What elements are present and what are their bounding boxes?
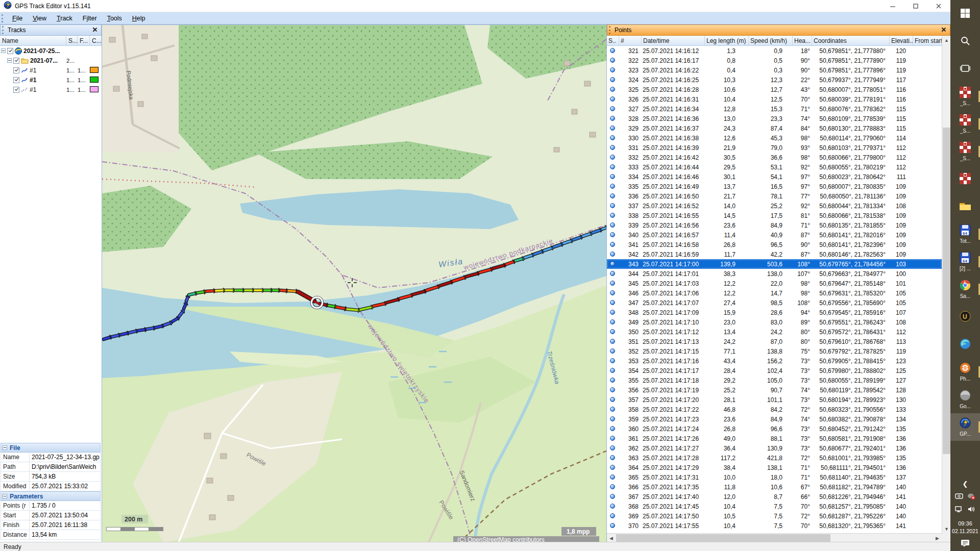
points-col-2[interactable]: Date/time [642, 36, 705, 45]
track-checkbox[interactable] [7, 48, 13, 54]
points-vertical-scrollbar[interactable]: ▲ ▼ [942, 36, 950, 533]
point-row-349[interactable]: 34925.07.2021 14:17:1023,083,089°50,6795… [607, 317, 942, 327]
points-close-icon[interactable] [940, 26, 947, 35]
point-row-334[interactable]: 33425.07.2021 14:16:4630,154,197°50,6800… [607, 172, 942, 182]
taskbar-item-edge[interactable] [950, 331, 980, 358]
sync-error-icon[interactable] [967, 493, 975, 502]
vscroll-thumb[interactable] [943, 128, 950, 454]
points-panel-header[interactable]: Points [607, 24, 950, 36]
tracks-column-header[interactable]: Name S... F... C... [0, 36, 102, 46]
point-row-332[interactable]: 33225.07.2021 14:16:4230,536,698°50,6800… [607, 153, 942, 162]
points-col-3[interactable]: Leg length (m) [705, 36, 749, 45]
close-button[interactable] [927, 0, 950, 12]
tracks-close-icon[interactable] [91, 26, 99, 35]
point-row-359[interactable]: 35925.07.2021 14:17:2323,684,974°50,6803… [607, 414, 942, 424]
parameters-section-header[interactable]: Parameters [1, 491, 101, 501]
tracks-grip[interactable] [2, 26, 5, 34]
network-icon[interactable] [955, 506, 963, 514]
collapse-icon[interactable] [3, 445, 7, 450]
point-row-364[interactable]: 36425.07.2021 14:17:2938,4138,171°50,681… [607, 463, 942, 472]
point-row-339[interactable]: 33925.07.2021 14:16:5623,684,971°50,6801… [607, 220, 942, 230]
points-col-7[interactable]: Elevati... [890, 36, 913, 45]
point-row-330[interactable]: 33025.07.2021 14:16:3812,645,398°50,6801… [607, 133, 942, 143]
menu-track[interactable]: Track [52, 13, 78, 23]
point-row-327[interactable]: 32725.07.2021 14:16:3412,815,371°50,6800… [607, 104, 942, 114]
point-row-342[interactable]: 34225.07.2021 14:16:5911,742,287°50,6801… [607, 249, 942, 259]
point-row-362[interactable]: 36225.07.2021 14:17:2736,4130,973°50,680… [607, 443, 942, 453]
tray-date[interactable]: 02.11.2021 [952, 528, 978, 534]
point-row-352[interactable]: 35225.07.2021 14:17:1577,1138,875°50,679… [607, 346, 942, 356]
taskbar-item-puzzle-red-5[interactable]: _S... [950, 138, 980, 165]
point-row-331[interactable]: 33125.07.2021 14:16:3921,979,093°50,6801… [607, 143, 942, 153]
point-row-322[interactable]: 32225.07.2021 14:16:170,80,590°50,679851… [607, 56, 942, 65]
point-row-366[interactable]: 36625.07.2021 14:17:3511,810,667°50,6811… [607, 482, 942, 492]
taskbar-item-puzzle-red-3[interactable]: _S... [950, 83, 980, 110]
track-color-swatch[interactable] [90, 77, 99, 83]
track-tree-row[interactable]: #11...1... [0, 65, 102, 75]
taskbar-item-puzzle-red-4[interactable]: _S... [950, 110, 980, 138]
selected-point-marker[interactable] [311, 296, 324, 309]
tray-expand-icon[interactable]: ❮ [963, 480, 968, 488]
point-row-363[interactable]: 36325.07.2021 14:17:28117,2421,872°50,68… [607, 453, 942, 463]
taskbar-item-windows-start[interactable] [950, 0, 980, 28]
point-row-356[interactable]: 35625.07.2021 14:17:1925,290,774°50,6801… [607, 385, 942, 395]
points-column-header[interactable]: S..#Date/timeLeg length (m)Speed (km/h)H… [607, 36, 942, 46]
menu-filter[interactable]: Filter [78, 13, 102, 23]
point-row-354[interactable]: 35425.07.2021 14:17:1728,4102,473°50,679… [607, 366, 942, 375]
point-row-337[interactable]: 33725.07.2021 14:16:5214,025,292°50,6800… [607, 201, 942, 211]
point-row-348[interactable]: 34825.07.2021 14:17:0915,928,694°50,6795… [607, 308, 942, 317]
taskbar-item-floppy64-8[interactable]: 64Tot... [950, 220, 980, 248]
point-row-360[interactable]: 36025.07.2021 14:17:2426,896,673°50,6804… [607, 424, 942, 434]
points-col-6[interactable]: Coordinates [812, 36, 890, 45]
track-tree-row[interactable]: 2021-07...2... [0, 56, 102, 65]
track-color-swatch[interactable] [90, 86, 99, 92]
points-grip[interactable] [609, 26, 611, 34]
tree-collapse-icon[interactable] [1, 48, 6, 53]
point-row-333[interactable]: 33325.07.2021 14:16:4429,553,192°50,6800… [607, 162, 942, 172]
point-row-325[interactable]: 32525.07.2021 14:16:2810,612,743°50,6800… [607, 85, 942, 94]
menu-view[interactable]: View [28, 13, 52, 23]
point-row-357[interactable]: 35725.07.2021 14:17:2028,1101,173°50,680… [607, 395, 942, 405]
file-section-header[interactable]: File [1, 443, 101, 453]
point-row-338[interactable]: 33825.07.2021 14:16:5514,517,581°50,6800… [607, 211, 942, 220]
taskbar-item-gps-app-15[interactable]: GP... [950, 413, 980, 441]
taskbar-item-chrome-10[interactable]: Sa... [950, 276, 980, 303]
maximize-button[interactable] [904, 0, 927, 12]
volume-icon[interactable] [967, 506, 975, 514]
tracks-panel-header[interactable]: Tracks [0, 24, 102, 36]
menu-file[interactable]: File [7, 13, 28, 23]
menu-tools[interactable]: Tools [102, 13, 127, 23]
point-row-365[interactable]: 36525.07.2021 14:17:3110,018,071°50,6811… [607, 472, 942, 482]
hscroll-thumb[interactable] [616, 534, 830, 542]
col-name[interactable]: Name [0, 36, 66, 45]
point-row-369[interactable]: 36925.07.2021 14:17:5010,57,572°50,68128… [607, 511, 942, 521]
point-row-361[interactable]: 36125.07.2021 14:17:2649,088,173°50,6805… [607, 434, 942, 443]
point-row-350[interactable]: 35025.07.2021 14:17:1213,424,280°50,6795… [607, 327, 942, 337]
col-s[interactable]: S... [66, 36, 78, 45]
col-c[interactable]: C... [90, 36, 102, 45]
point-row-346[interactable]: 34625.07.2021 14:17:0612,214,798°50,6796… [607, 288, 942, 298]
track-checkbox[interactable] [13, 58, 19, 64]
collapse-icon[interactable] [3, 494, 7, 498]
points-col-4[interactable]: Speed (km/h) [749, 36, 793, 45]
map-view[interactable]: Wisła województwo podkarpackie województ… [102, 24, 606, 542]
points-col-5[interactable]: Hea... [793, 36, 812, 45]
point-row-335[interactable]: 33525.07.2021 14:16:4913,716,597°50,6800… [607, 182, 942, 191]
point-row-324[interactable]: 32425.07.2021 14:16:2510,312,322°50,6799… [607, 75, 942, 85]
taskbar-item-ultraedit[interactable]: U [950, 303, 980, 331]
point-row-358[interactable]: 35825.07.2021 14:17:2246,884,272°50,6803… [607, 405, 942, 414]
point-row-336[interactable]: 33625.07.2021 14:16:5021,778,177°50,6800… [607, 191, 942, 201]
points-table[interactable]: 32125.07.2021 14:16:121,30,918°50,679851… [607, 46, 942, 533]
points-horizontal-scrollbar[interactable]: ◀ ▶ [607, 533, 942, 542]
point-row-351[interactable]: 35125.07.2021 14:17:1324,287,080°50,6796… [607, 337, 942, 346]
taskbar-item-search[interactable] [950, 28, 980, 55]
menu-help[interactable]: Help [127, 13, 151, 23]
track-tree-row[interactable]: #11...1... [0, 85, 102, 94]
track-checkbox[interactable] [13, 77, 19, 83]
taskbar-item-floppy64-9[interactable]: 64[2] ... [950, 248, 980, 276]
point-row-341[interactable]: 34125.07.2021 14:16:5826,896,590°50,6801… [607, 240, 942, 249]
point-row-345[interactable]: 34525.07.2021 14:17:0312,222,098°50,6796… [607, 279, 942, 288]
point-row-347[interactable]: 34725.07.2021 14:17:0727,498,5108°50,679… [607, 298, 942, 308]
point-row-353[interactable]: 35325.07.2021 14:17:1643,4156,273°50,679… [607, 356, 942, 366]
points-col-1[interactable]: # [619, 36, 642, 45]
